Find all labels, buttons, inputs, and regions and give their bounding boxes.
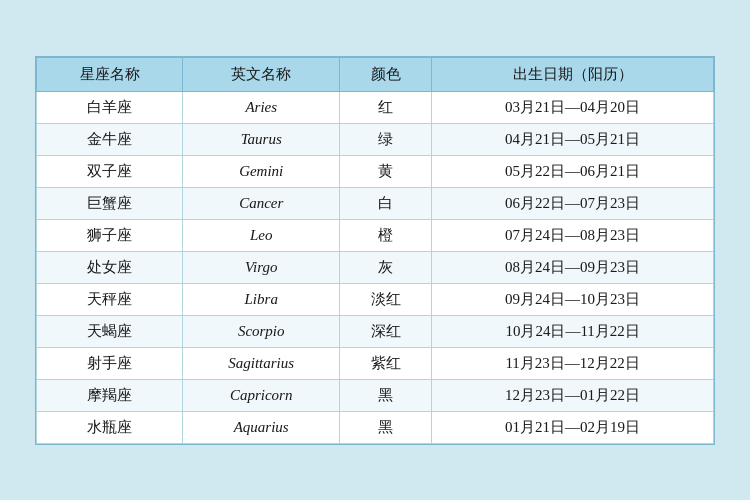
cell-row3-col1: Cancer bbox=[183, 187, 340, 219]
cell-row5-col2: 灰 bbox=[340, 251, 432, 283]
table-row: 天秤座Libra淡红09月24日—10月23日 bbox=[37, 283, 714, 315]
table-row: 射手座Sagittarius紫红11月23日—12月22日 bbox=[37, 347, 714, 379]
cell-row4-col0: 狮子座 bbox=[37, 219, 183, 251]
cell-row8-col0: 射手座 bbox=[37, 347, 183, 379]
cell-row9-col0: 摩羯座 bbox=[37, 379, 183, 411]
cell-row10-col3: 01月21日—02月19日 bbox=[432, 411, 714, 443]
zodiac-table: 星座名称 英文名称 颜色 出生日期（阳历） 白羊座Aries红03月21日—04… bbox=[36, 57, 714, 444]
cell-row9-col3: 12月23日—01月22日 bbox=[432, 379, 714, 411]
header-english-name: 英文名称 bbox=[183, 57, 340, 91]
cell-row0-col1: Aries bbox=[183, 91, 340, 123]
cell-row0-col0: 白羊座 bbox=[37, 91, 183, 123]
cell-row4-col3: 07月24日—08月23日 bbox=[432, 219, 714, 251]
cell-row1-col2: 绿 bbox=[340, 123, 432, 155]
table-row: 天蝎座Scorpio深红10月24日—11月22日 bbox=[37, 315, 714, 347]
header-chinese-name: 星座名称 bbox=[37, 57, 183, 91]
table-row: 处女座Virgo灰08月24日—09月23日 bbox=[37, 251, 714, 283]
cell-row0-col3: 03月21日—04月20日 bbox=[432, 91, 714, 123]
cell-row6-col1: Libra bbox=[183, 283, 340, 315]
cell-row7-col1: Scorpio bbox=[183, 315, 340, 347]
cell-row2-col1: Gemini bbox=[183, 155, 340, 187]
cell-row2-col2: 黄 bbox=[340, 155, 432, 187]
cell-row1-col0: 金牛座 bbox=[37, 123, 183, 155]
zodiac-table-container: 星座名称 英文名称 颜色 出生日期（阳历） 白羊座Aries红03月21日—04… bbox=[35, 56, 715, 445]
cell-row4-col1: Leo bbox=[183, 219, 340, 251]
cell-row3-col2: 白 bbox=[340, 187, 432, 219]
table-row: 巨蟹座Cancer白06月22日—07月23日 bbox=[37, 187, 714, 219]
cell-row10-col1: Aquarius bbox=[183, 411, 340, 443]
cell-row7-col0: 天蝎座 bbox=[37, 315, 183, 347]
header-color: 颜色 bbox=[340, 57, 432, 91]
table-row: 金牛座Taurus绿04月21日—05月21日 bbox=[37, 123, 714, 155]
cell-row7-col3: 10月24日—11月22日 bbox=[432, 315, 714, 347]
table-row: 白羊座Aries红03月21日—04月20日 bbox=[37, 91, 714, 123]
cell-row3-col0: 巨蟹座 bbox=[37, 187, 183, 219]
cell-row1-col3: 04月21日—05月21日 bbox=[432, 123, 714, 155]
cell-row8-col1: Sagittarius bbox=[183, 347, 340, 379]
table-body: 白羊座Aries红03月21日—04月20日金牛座Taurus绿04月21日—0… bbox=[37, 91, 714, 443]
cell-row2-col3: 05月22日—06月21日 bbox=[432, 155, 714, 187]
cell-row10-col2: 黑 bbox=[340, 411, 432, 443]
cell-row5-col1: Virgo bbox=[183, 251, 340, 283]
cell-row9-col2: 黑 bbox=[340, 379, 432, 411]
cell-row3-col3: 06月22日—07月23日 bbox=[432, 187, 714, 219]
cell-row5-col0: 处女座 bbox=[37, 251, 183, 283]
cell-row6-col3: 09月24日—10月23日 bbox=[432, 283, 714, 315]
cell-row0-col2: 红 bbox=[340, 91, 432, 123]
cell-row6-col2: 淡红 bbox=[340, 283, 432, 315]
cell-row5-col3: 08月24日—09月23日 bbox=[432, 251, 714, 283]
table-row: 水瓶座Aquarius黑01月21日—02月19日 bbox=[37, 411, 714, 443]
cell-row6-col0: 天秤座 bbox=[37, 283, 183, 315]
table-header-row: 星座名称 英文名称 颜色 出生日期（阳历） bbox=[37, 57, 714, 91]
cell-row9-col1: Capricorn bbox=[183, 379, 340, 411]
table-row: 狮子座Leo橙07月24日—08月23日 bbox=[37, 219, 714, 251]
table-row: 摩羯座Capricorn黑12月23日—01月22日 bbox=[37, 379, 714, 411]
cell-row4-col2: 橙 bbox=[340, 219, 432, 251]
cell-row2-col0: 双子座 bbox=[37, 155, 183, 187]
header-birthdate: 出生日期（阳历） bbox=[432, 57, 714, 91]
cell-row7-col2: 深红 bbox=[340, 315, 432, 347]
cell-row1-col1: Taurus bbox=[183, 123, 340, 155]
table-row: 双子座Gemini黄05月22日—06月21日 bbox=[37, 155, 714, 187]
cell-row8-col3: 11月23日—12月22日 bbox=[432, 347, 714, 379]
cell-row8-col2: 紫红 bbox=[340, 347, 432, 379]
cell-row10-col0: 水瓶座 bbox=[37, 411, 183, 443]
